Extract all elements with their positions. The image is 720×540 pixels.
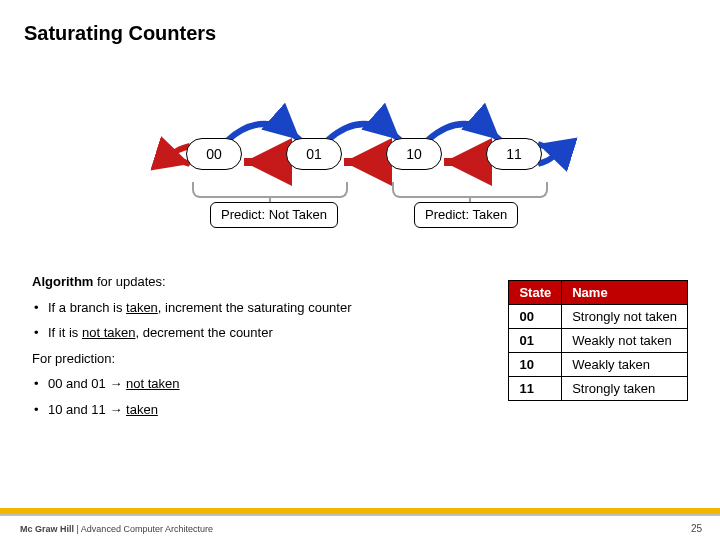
b3a: 00 and 01 → [48,376,126,391]
state-diagram: 00 01 10 11 Predict: Not Taken Predict: … [0,90,720,250]
algorithm-text: Algorithm for updates: If a branch is ta… [32,272,392,425]
prediction-heading: For prediction: [32,349,392,369]
predict-taken-label: Predict: Taken [414,202,518,228]
cell-state: 00 [509,305,562,329]
b2a: If it is [48,325,82,340]
bracket-not-taken [192,182,348,198]
slide-title: Saturating Counters [24,22,216,45]
updates-rest: for updates: [93,274,165,289]
b2u: not taken [82,325,136,340]
state-name-table: State Name 00 Strongly not taken 01 Weak… [508,280,688,401]
book-title: Advanced Computer Architecture [81,524,213,534]
predict-not-taken-label: Predict: Not Taken [210,202,338,228]
b1u: taken [126,300,158,315]
cell-name: Weakly not taken [562,329,688,353]
bullet-predict-not-taken: 00 and 01 → not taken [32,374,392,394]
bullet-predict-taken: 10 and 11 → taken [32,400,392,420]
b1b: , increment the saturating counter [158,300,352,315]
updates-heading: Algorithm for updates: [32,272,392,292]
state-01: 01 [286,138,342,170]
b2b: , decrement the counter [135,325,272,340]
state-00: 00 [186,138,242,170]
footer-sep: | [74,524,81,534]
algorithm-word: Algorithm [32,274,93,289]
table-row: 10 Weakly taken [509,353,688,377]
col-name: Name [562,281,688,305]
bullet-taken-increment: If a branch is taken, increment the satu… [32,298,392,318]
cell-name: Strongly not taken [562,305,688,329]
table-row: 11 Strongly taken [509,377,688,401]
b1a: If a branch is [48,300,126,315]
footer-text: Mc Graw Hill | Advanced Computer Archite… [20,524,213,534]
col-state: State [509,281,562,305]
page-number: 25 [691,523,702,534]
table-row: 01 Weakly not taken [509,329,688,353]
b4u: taken [126,402,158,417]
cell-state: 01 [509,329,562,353]
b4a: 10 and 11 → [48,402,126,417]
bullet-not-taken-decrement: If it is not taken, decrement the counte… [32,323,392,343]
cell-name: Strongly taken [562,377,688,401]
b3u: not taken [126,376,180,391]
publisher: Mc Graw Hill [20,524,74,534]
table-header-row: State Name [509,281,688,305]
table-row: 00 Strongly not taken [509,305,688,329]
footer-accent-bar [0,508,720,514]
cell-state: 10 [509,353,562,377]
cell-state: 11 [509,377,562,401]
bracket-taken [392,182,548,198]
state-10: 10 [386,138,442,170]
state-arrows [0,90,720,250]
state-11: 11 [486,138,542,170]
cell-name: Weakly taken [562,353,688,377]
